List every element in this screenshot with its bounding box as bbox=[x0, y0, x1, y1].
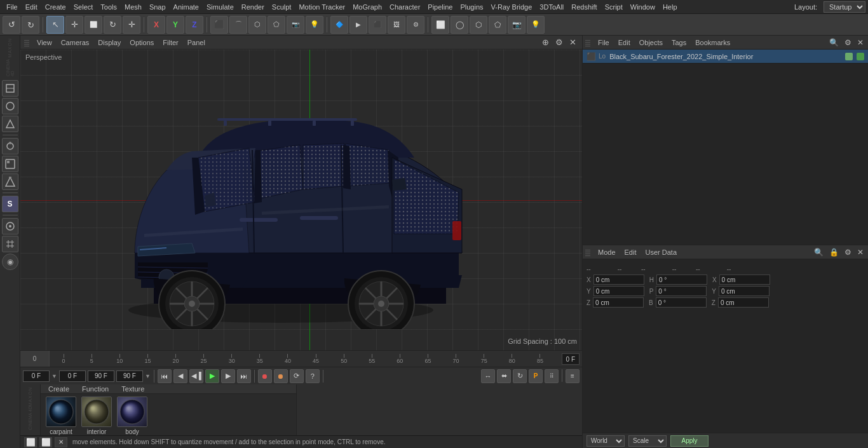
status-icon-1[interactable]: ⬜ bbox=[24, 437, 37, 447]
menu-vray[interactable]: V-Ray Bridge bbox=[487, 2, 536, 12]
step-forward-button[interactable]: ▶ bbox=[221, 369, 235, 383]
status-icon-3[interactable]: ✕ bbox=[55, 437, 67, 447]
loop-button[interactable]: ⟳ bbox=[290, 369, 304, 383]
camera-button[interactable]: 📷 bbox=[287, 16, 304, 34]
obj-settings-icon[interactable]: ⚙ bbox=[843, 38, 853, 47]
edit-render-settings-button[interactable]: ⚙ bbox=[407, 16, 424, 34]
scale-key-button[interactable]: ⬌ bbox=[497, 369, 511, 383]
menu-snap[interactable]: Snap bbox=[146, 2, 170, 12]
menu-help[interactable]: Help bbox=[659, 2, 681, 12]
go-to-start-button[interactable]: ⏮ bbox=[158, 369, 172, 383]
help-button[interactable]: ? bbox=[306, 369, 320, 383]
axis-z-button[interactable]: Z bbox=[186, 16, 203, 34]
select-tool-button[interactable]: ↖ bbox=[46, 16, 64, 34]
weight-tool-button[interactable] bbox=[2, 218, 18, 234]
apply-button[interactable]: Apply bbox=[670, 435, 709, 447]
object-button[interactable]: ⬛ bbox=[210, 16, 228, 34]
menu-redshift[interactable]: Redshift bbox=[567, 2, 600, 12]
tl-mark-50[interactable]: 50 bbox=[330, 354, 358, 364]
transform-tool-button[interactable]: ✛ bbox=[123, 16, 140, 34]
deformer-button[interactable]: ⬠ bbox=[268, 16, 285, 34]
obj-visibility-icon[interactable] bbox=[857, 53, 864, 60]
render-active-view-button[interactable]: ▶ bbox=[349, 16, 367, 34]
obj-close-icon[interactable]: ✕ bbox=[855, 38, 865, 47]
background-button[interactable]: 📷 bbox=[508, 16, 526, 34]
axis-y-button[interactable]: Y bbox=[166, 16, 184, 34]
tl-mark-85[interactable]: 85 bbox=[526, 354, 554, 364]
paint-button[interactable]: ◉ bbox=[2, 254, 18, 270]
viewport-canvas[interactable]: Perspective Grid Spacing : 100 cm bbox=[20, 50, 582, 350]
status-icon-2[interactable]: ⬜ bbox=[39, 437, 52, 447]
pb-arrow-down[interactable]: ▼ bbox=[51, 373, 57, 379]
pos-z-field[interactable] bbox=[593, 297, 644, 308]
preview-start-field[interactable] bbox=[59, 370, 86, 382]
pos-y-field[interactable] bbox=[593, 286, 644, 296]
param-key-button[interactable]: P bbox=[529, 369, 543, 383]
vp-panel-menu[interactable]: Panel bbox=[184, 38, 209, 47]
s-tool-button[interactable]: S bbox=[2, 196, 18, 212]
compositor-button[interactable]: 💡 bbox=[527, 16, 545, 34]
vp-filter-menu[interactable]: Filter bbox=[159, 38, 182, 47]
move-tool-button[interactable]: ✛ bbox=[65, 16, 83, 34]
menu-select[interactable]: Select bbox=[70, 2, 97, 12]
menu-window[interactable]: Window bbox=[627, 2, 659, 12]
menu-3dtoall[interactable]: 3DToAll bbox=[536, 2, 567, 12]
menu-motion-tracker[interactable]: Motion Tracker bbox=[295, 2, 349, 12]
play-forward-button[interactable]: ▶ bbox=[205, 369, 219, 383]
environment-button[interactable]: ⬡ bbox=[470, 16, 487, 34]
attr-user-data-menu[interactable]: User Data bbox=[642, 248, 681, 257]
menu-render[interactable]: Render bbox=[238, 2, 268, 12]
go-to-end-button[interactable]: ⏭ bbox=[237, 369, 251, 383]
generator-button[interactable]: ⬡ bbox=[248, 16, 266, 34]
menu-character[interactable]: Character bbox=[386, 2, 424, 12]
menu-mesh[interactable]: Mesh bbox=[121, 2, 146, 12]
tl-mark-10[interactable]: 10 bbox=[105, 354, 133, 364]
mat-texture-menu[interactable]: Texture bbox=[118, 384, 148, 393]
tl-mark-25[interactable]: 25 bbox=[190, 354, 218, 364]
pb-arrow-down2[interactable]: ▼ bbox=[145, 373, 151, 379]
object-row-subaru[interactable]: ⬛ Lo Black_Subaru_Forester_2022_Simple_I… bbox=[583, 50, 868, 64]
spline-button[interactable]: ⌒ bbox=[229, 16, 247, 34]
move-key-button[interactable]: ↔ bbox=[481, 369, 495, 383]
vp-icon-expand[interactable]: ⊕ bbox=[540, 37, 551, 47]
point-key-button[interactable]: ⠿ bbox=[545, 369, 559, 383]
record-button[interactable]: ⏺ bbox=[258, 369, 272, 383]
render-all-views-button[interactable]: ⬛ bbox=[369, 16, 386, 34]
world-select[interactable]: World Local Screen bbox=[587, 435, 625, 447]
render-view-button[interactable]: 🔷 bbox=[330, 16, 348, 34]
obj-objects-menu[interactable]: Objects bbox=[635, 38, 667, 47]
attr-settings-icon[interactable]: ⚙ bbox=[843, 248, 853, 257]
redo-button[interactable]: ↺ bbox=[22, 16, 39, 34]
attr-search-icon[interactable]: 🔍 bbox=[812, 248, 825, 257]
menu-pipeline[interactable]: Pipeline bbox=[424, 2, 456, 12]
tl-mark-0[interactable]: 0 bbox=[50, 354, 78, 364]
menu-create[interactable]: Create bbox=[41, 2, 70, 12]
rotate-key-button[interactable]: ↻ bbox=[513, 369, 527, 383]
obj-search-icon[interactable]: 🔍 bbox=[827, 38, 841, 47]
obj-edit-menu[interactable]: Edit bbox=[614, 38, 634, 47]
tl-mark-80[interactable]: 80 bbox=[498, 354, 526, 364]
material-interior[interactable]: interior bbox=[81, 397, 112, 435]
menu-edit[interactable]: Edit bbox=[22, 2, 41, 12]
menu-animate[interactable]: Animate bbox=[170, 2, 203, 12]
obj-bookmarks-menu[interactable]: Bookmarks bbox=[691, 38, 734, 47]
tl-mark-20[interactable]: 20 bbox=[161, 354, 189, 364]
attr-edit-menu[interactable]: Edit bbox=[621, 248, 641, 257]
texture-mode-button[interactable] bbox=[2, 98, 18, 114]
step-back-button[interactable]: ◀ bbox=[173, 369, 187, 383]
start-frame-field[interactable] bbox=[23, 370, 50, 382]
tl-mark-75[interactable]: 75 bbox=[470, 354, 498, 364]
edge-mode-button[interactable] bbox=[2, 138, 18, 154]
preview-end-field[interactable] bbox=[88, 370, 114, 382]
layout-select[interactable]: Startup bbox=[824, 1, 865, 13]
tl-mark-45[interactable]: 45 bbox=[302, 354, 330, 364]
mat-function-menu[interactable]: Function bbox=[78, 384, 112, 393]
mat-create-menu[interactable]: Create bbox=[44, 384, 73, 393]
vp-view-menu[interactable]: View bbox=[33, 38, 56, 47]
foreground-button[interactable]: ⬠ bbox=[489, 16, 506, 34]
rot-b-field[interactable] bbox=[656, 297, 707, 308]
timeline[interactable]: 0 0 5 10 15 20 25 30 35 40 45 50 bbox=[20, 350, 582, 367]
floor-button[interactable]: ⬜ bbox=[431, 16, 449, 34]
scale-tool-button[interactable]: ⬜ bbox=[85, 16, 102, 34]
menu-plugins[interactable]: Plugins bbox=[456, 2, 487, 12]
